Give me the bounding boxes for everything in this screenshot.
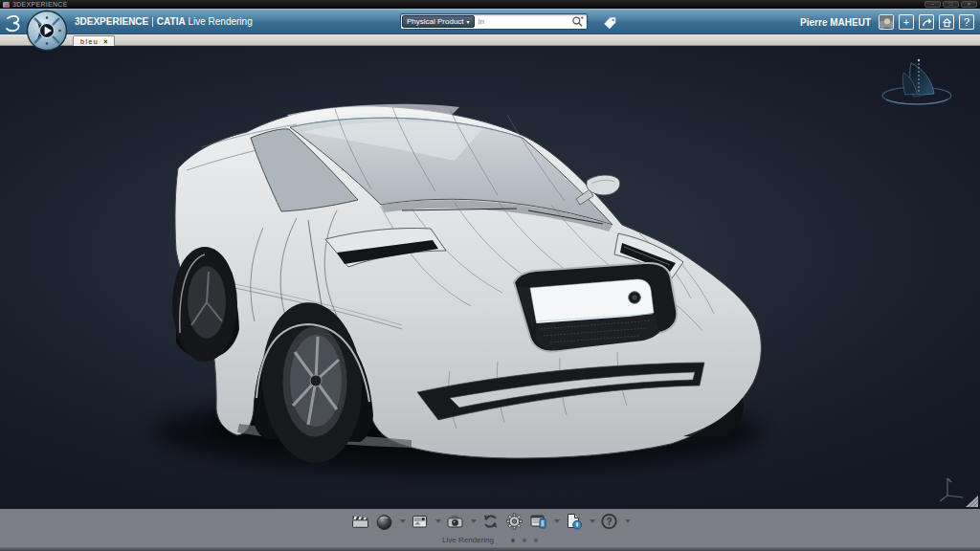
- share-button[interactable]: [919, 14, 934, 30]
- avatar-photo-icon: [880, 15, 894, 30]
- clapperboard-icon: [350, 512, 370, 531]
- background-image-icon: [410, 512, 430, 531]
- refresh-arrows-icon: [480, 512, 501, 531]
- add-content-button[interactable]: +: [899, 14, 914, 30]
- user-avatar[interactable]: [879, 14, 894, 30]
- maximize-button[interactable]: □: [943, 1, 959, 8]
- 3d-viewport[interactable]: [0, 46, 980, 509]
- chevron-down-icon: ▾: [467, 19, 470, 25]
- close-button[interactable]: ×: [961, 1, 977, 8]
- render-output-button[interactable]: [528, 512, 548, 531]
- dock-dot[interactable]: [523, 539, 526, 542]
- environment-dropdown-caret[interactable]: [400, 519, 406, 523]
- view-navigation-compass[interactable]: [875, 57, 957, 111]
- environment-button[interactable]: [374, 512, 394, 531]
- 3dexperience-compass[interactable]: [26, 9, 68, 53]
- help-dropdown-caret[interactable]: [625, 519, 631, 523]
- 3ds-logo-icon[interactable]: [5, 13, 24, 33]
- rendering-settings-button[interactable]: [504, 512, 524, 531]
- home-icon: [942, 17, 952, 28]
- tab-strip: bleu ×: [0, 34, 980, 46]
- app-header: 3DEXPERIENCE|CATIA Live Rendering Physic…: [0, 9, 980, 34]
- brand-product: 3DEXPERIENCE: [75, 16, 148, 27]
- app-icon: [3, 2, 10, 8]
- status-app-label: Live Rendering: [442, 536, 494, 544]
- window-bottom-edge: [0, 547, 980, 551]
- dock-dot[interactable]: [534, 539, 538, 542]
- export-document-icon: [564, 512, 584, 531]
- help-icon: ?: [599, 512, 619, 531]
- capture-button[interactable]: [445, 512, 465, 531]
- search-icon[interactable]: [571, 15, 584, 28]
- help-button[interactable]: ?: [959, 14, 974, 30]
- resize-grip[interactable]: [964, 494, 979, 508]
- car-model-render[interactable]: [0, 46, 980, 509]
- question-icon: ?: [964, 17, 969, 28]
- export-dropdown-caret[interactable]: [590, 519, 595, 523]
- update-rendering-button[interactable]: [480, 512, 501, 531]
- help-toolbar-button[interactable]: ?: [599, 512, 619, 531]
- app-brand: 3DEXPERIENCE|CATIA Live Rendering: [75, 16, 253, 27]
- bottom-bar: ? Live Rendering: [0, 509, 980, 551]
- window-titlebar: 3DEXPERIENCE – □ ×: [0, 0, 980, 9]
- search-input[interactable]: [476, 17, 571, 26]
- tab-label: bleu: [80, 38, 99, 45]
- minimize-button[interactable]: –: [924, 1, 941, 8]
- render-output-panel-icon: [528, 512, 548, 531]
- render-output-dropdown-caret[interactable]: [554, 519, 560, 523]
- dock-page-dots: [511, 539, 538, 542]
- brand-app-suffix: Live Rendering: [188, 16, 252, 27]
- user-area: Pierre MAHEUT + ?: [800, 14, 974, 30]
- tag-icon[interactable]: [603, 16, 617, 30]
- camera-icon: [445, 512, 465, 531]
- background-dropdown-caret[interactable]: [435, 519, 441, 523]
- svg-text:?: ?: [606, 517, 612, 527]
- background-button[interactable]: [410, 512, 430, 531]
- search-scope-label: Physical Product: [407, 17, 464, 26]
- gear-icon: [504, 512, 524, 531]
- search-bar[interactable]: Physical Product ▾: [400, 13, 588, 30]
- dock-dot[interactable]: [511, 539, 515, 542]
- capture-dropdown-caret[interactable]: [471, 519, 477, 523]
- status-row: Live Rendering: [0, 534, 980, 546]
- brand-separator: |: [151, 16, 154, 27]
- user-name[interactable]: Pierre MAHEUT: [800, 17, 871, 28]
- window-title: 3DEXPERIENCE: [12, 0, 68, 9]
- tab-close-icon[interactable]: ×: [103, 38, 107, 45]
- action-bar: ?: [0, 511, 980, 532]
- share-arrow-icon: [922, 17, 932, 28]
- plus-icon: +: [903, 17, 909, 28]
- tab-bleu[interactable]: bleu ×: [73, 35, 115, 46]
- window-controls: – □ ×: [924, 1, 977, 8]
- brand-app: CATIA: [157, 16, 186, 27]
- export-button[interactable]: [564, 512, 584, 531]
- animation-clapper-button[interactable]: [350, 512, 370, 531]
- environment-sphere-icon: [374, 512, 394, 531]
- search-scope-dropdown[interactable]: Physical Product ▾: [402, 15, 475, 28]
- home-button[interactable]: [939, 14, 954, 30]
